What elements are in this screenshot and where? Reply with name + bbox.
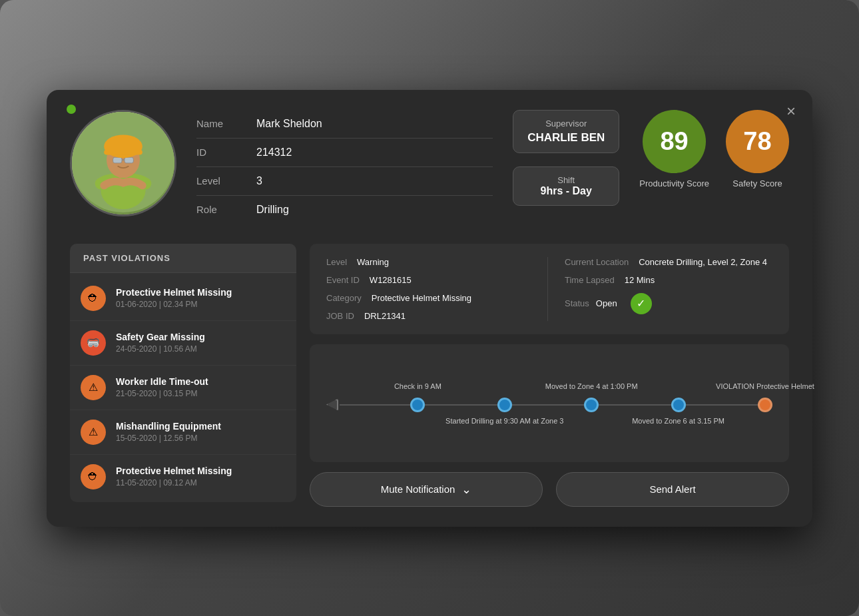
violation-text: Worker Idle Time-out 21-05-2020 | 03.15 … xyxy=(116,376,286,398)
role-label: Role xyxy=(196,204,243,215)
timeline-point: VIOLATION Protective Helmet xyxy=(758,398,772,412)
svg-rect-9 xyxy=(104,149,143,154)
close-button[interactable]: × xyxy=(786,103,796,119)
safety-score-label: Safety Score xyxy=(732,178,782,188)
level-detail-label: Level xyxy=(326,257,347,267)
mute-label: Mute Notification xyxy=(381,483,455,495)
timeline-dot xyxy=(497,398,512,412)
name-row: Name Mark Sheldon xyxy=(196,110,493,139)
timeline-point: Check in 9 AM xyxy=(410,398,425,412)
violation-text: Protective Helmet Missing 01-06-2020 | 0… xyxy=(116,287,286,309)
time-lapsed-row: Time Lapsed 12 Mins xyxy=(565,275,772,285)
event-id-row: Event ID W1281615 xyxy=(326,275,534,285)
violation-title: Mishandling Equipment xyxy=(116,421,286,432)
violation-text: Mishandling Equipment 15-05-2020 | 12.56… xyxy=(116,421,286,443)
id-value: 214312 xyxy=(256,147,292,158)
safety-score-value: 78 xyxy=(743,127,771,156)
timeline-section: Check in 9 AMStarted Drilling at 9:30 AM… xyxy=(310,344,789,462)
timeline-dot xyxy=(671,398,686,412)
supervisor-label: Supervisor xyxy=(527,119,605,129)
svg-rect-6 xyxy=(125,157,133,163)
timeline-dot xyxy=(410,398,425,412)
violation-icon: ⛑ xyxy=(81,286,106,311)
event-id-value: W1281615 xyxy=(370,275,412,285)
category-row: Category Protective Helmet Missing xyxy=(326,293,534,303)
timeline-dot xyxy=(326,399,338,411)
violations-header: PAST VIOLATIONS xyxy=(70,244,296,273)
svg-rect-5 xyxy=(113,157,122,163)
supervisor-name: CHARLIE BEN xyxy=(527,131,605,145)
chevron-down-icon: ⌄ xyxy=(461,482,471,497)
timeline-point: Moved to Zone 6 at 3.15 PM xyxy=(671,398,686,412)
modal: × xyxy=(47,90,812,527)
timeline-track: Check in 9 AMStarted Drilling at 9:30 AM… xyxy=(326,398,772,412)
violation-icon: ⛑ xyxy=(81,464,106,489)
avatar-image xyxy=(72,112,174,214)
productivity-score-value: 89 xyxy=(660,127,688,156)
list-item[interactable]: ⚠ Mishandling Equipment 15-05-2020 | 12.… xyxy=(70,410,296,455)
mute-notification-button[interactable]: Mute Notification ⌄ xyxy=(310,472,543,507)
event-right: Current Location Concrete Drilling, Leve… xyxy=(547,257,772,321)
right-panel: Level Warning Event ID W1281615 Category… xyxy=(310,244,789,507)
productivity-score-circle: 89 xyxy=(643,110,706,173)
shift-box: Shift 9hrs - Day xyxy=(513,166,619,206)
level-label: Level xyxy=(196,175,243,186)
role-row: Role Drilling xyxy=(196,196,493,224)
timeline-label-top: Moved to Zone 4 at 1:00 PM xyxy=(545,382,638,392)
status-value: Open xyxy=(596,298,617,308)
scores-section: 89 Productivity Score 78 Safety Score xyxy=(639,110,789,188)
supervisor-box: Supervisor CHARLIE BEN xyxy=(513,110,619,153)
status-row: Status Open ✓ xyxy=(565,293,772,314)
violation-date: 01-06-2020 | 02.34 PM xyxy=(116,300,286,309)
send-alert-button[interactable]: Send Alert xyxy=(556,472,789,507)
shift-label: Shift xyxy=(527,175,605,185)
avatar-circle xyxy=(70,110,176,216)
violation-date: 15-05-2020 | 12.56 PM xyxy=(116,434,286,443)
violation-icon: 🥽 xyxy=(81,330,106,356)
timeline-label-bottom: Moved to Zone 6 at 3.15 PM xyxy=(632,416,724,426)
time-lapsed-label: Time Lapsed xyxy=(565,275,615,285)
violation-date: 21-05-2020 | 03.15 PM xyxy=(116,389,286,398)
violation-text: Protective Helmet Missing 11-05-2020 | 0… xyxy=(116,465,286,487)
timeline-label-top: Check in 9 AM xyxy=(394,382,441,392)
action-buttons: Mute Notification ⌄ Send Alert xyxy=(310,472,789,507)
safety-score-item: 78 Safety Score xyxy=(726,110,789,188)
worker-info: Name Mark Sheldon ID 214312 Level 3 Role… xyxy=(196,110,493,224)
shift-value: 9hrs - Day xyxy=(527,185,605,197)
list-item[interactable]: ⚠ Worker Idle Time-out 21-05-2020 | 03.1… xyxy=(70,366,296,410)
violations-list: ⛑ Protective Helmet Missing 01-06-2020 |… xyxy=(70,273,296,502)
violation-icon: ⚠ xyxy=(81,375,106,400)
timeline-label-bottom: Started Drilling at 9:30 AM at Zone 3 xyxy=(445,416,563,426)
level-row: Level Warning xyxy=(326,257,534,267)
id-row: ID 214312 xyxy=(196,139,493,167)
timeline-dot xyxy=(758,398,772,412)
safety-score-circle: 78 xyxy=(726,110,789,173)
modal-header: Name Mark Sheldon ID 214312 Level 3 Role… xyxy=(70,110,789,224)
location-value: Concrete Drilling, Level 2, Zone 4 xyxy=(639,257,767,267)
timeline-point xyxy=(326,399,338,411)
timeline-dot xyxy=(584,398,599,412)
list-item[interactable]: ⛑ Protective Helmet Missing 11-05-2020 |… xyxy=(70,455,296,499)
violation-title: Protective Helmet Missing xyxy=(116,287,286,298)
list-item[interactable]: ⛑ Protective Helmet Missing 01-06-2020 |… xyxy=(70,276,296,321)
productivity-score-label: Productivity Score xyxy=(639,178,709,188)
main-content: PAST VIOLATIONS ⛑ Protective Helmet Miss… xyxy=(70,244,789,507)
status-label: Status xyxy=(565,298,589,308)
event-left: Level Warning Event ID W1281615 Category… xyxy=(326,257,534,321)
category-label: Category xyxy=(326,293,362,303)
name-value: Mark Sheldon xyxy=(256,118,322,130)
violation-icon: ⚠ xyxy=(81,420,106,445)
status-check-icon: ✓ xyxy=(631,293,652,314)
event-id-label: Event ID xyxy=(326,275,360,285)
level-detail-value: Warning xyxy=(357,257,389,267)
job-id-row: JOB ID DRL21341 xyxy=(326,311,534,321)
job-id-value: DRL21341 xyxy=(364,311,406,321)
category-value: Protective Helmet Missing xyxy=(372,293,471,303)
list-item[interactable]: 🥽 Safety Gear Missing 24-05-2020 | 10.56… xyxy=(70,321,296,366)
id-label: ID xyxy=(196,147,243,158)
timeline-dots: Check in 9 AMStarted Drilling at 9:30 AM… xyxy=(326,398,772,412)
level-row: Level 3 xyxy=(196,167,493,196)
name-label: Name xyxy=(196,118,243,129)
violations-panel: PAST VIOLATIONS ⛑ Protective Helmet Miss… xyxy=(70,244,296,507)
timeline-label-top: VIOLATION Protective Helmet xyxy=(716,382,814,392)
